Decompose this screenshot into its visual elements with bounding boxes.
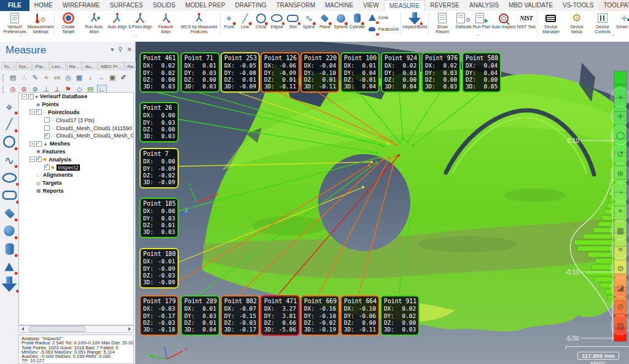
callout-point-26[interactable]: Point 26DX:0.00DY:0.03DZ:0.003D:0.03 bbox=[139, 102, 179, 142]
panel-tab-lev-3[interactable]: Lev... bbox=[50, 62, 66, 71]
callout-point-911[interactable]: Point 911DX:0.02DY:0.02DZ:0.003D:0.03 bbox=[380, 295, 420, 336]
strip-cone-icon[interactable] bbox=[3, 260, 15, 274]
ribbon-button-smart-point[interactable]: ✛Smart Point bbox=[615, 12, 629, 29]
ribbon-tab-model-prep[interactable]: MODEL PREP bbox=[180, 0, 230, 11]
collapse-icon[interactable]: − bbox=[29, 109, 35, 115]
zoom-select-icon[interactable]: ◎ bbox=[64, 74, 72, 82]
pan-icon[interactable]: ✛ bbox=[611, 106, 629, 126]
tree-item-cloud1-mesh-cloud1-411590-pts[interactable]: ∴Cloud1_Mesh_Cloud1 (411590 Pts) bbox=[19, 124, 133, 132]
checkbox[interactable] bbox=[44, 165, 50, 170]
zoom-extents-icon[interactable]: ◔ bbox=[611, 182, 629, 202]
ribbon-button-measurement-settings[interactable]: ⚙Measurement Settings bbox=[28, 12, 53, 34]
callout-point-289[interactable]: Point 289DX:0.01DY:0.03DZ:0.013D:0.04 bbox=[181, 295, 220, 336]
tree-item-meshes[interactable]: +▲Meshes bbox=[19, 140, 133, 148]
camera-icon[interactable]: ▣ bbox=[108, 74, 117, 82]
ribbon-button-create-target[interactable]: Create Target bbox=[55, 12, 81, 34]
ribbon-button-torus[interactable]: Torus bbox=[367, 35, 399, 36]
callout-point-669[interactable]: Point 669DX:-0.16DY:-0.10DZ:-0.023D:-0.1… bbox=[300, 295, 340, 336]
callout-point-7[interactable]: Point 7DX:0.00DY:-0.09DZ:-0.023D:-0.09 bbox=[139, 148, 179, 188]
callout-point-924[interactable]: Point 924DX:0.02DY:0.03DZ:0.003D:0.04 bbox=[381, 52, 420, 93]
tree-item-cloud1-mesh-cloud1-mesh-cropped[interactable]: ∴Cloud1_Mesh_Cloud1_Mesh_Cropped bbox=[19, 132, 133, 140]
ribbon-button-device-manager[interactable]: Device Manager bbox=[538, 12, 564, 34]
checkbox[interactable] bbox=[28, 94, 34, 99]
scroll-right-icon[interactable] bbox=[126, 326, 133, 332]
tree-horizontal-scrollbar[interactable] bbox=[18, 325, 134, 333]
viewport-3d[interactable]: Y X Z X Y 0.10-0.10-5.06 Point 461DX:0.0… bbox=[136, 42, 629, 364]
ribbon-button-auto-align[interactable]: Auto Align bbox=[107, 12, 128, 29]
ribbon-tab-wireframe[interactable]: WIREFRAME bbox=[58, 0, 105, 11]
ribbon-button-auto-inspect[interactable]: Auto Inspect bbox=[491, 12, 517, 29]
ribbon-button-defaults[interactable]: ⚙Defaults bbox=[455, 12, 472, 29]
rotate-icon[interactable]: ↺ bbox=[611, 144, 629, 164]
callout-point-126[interactable]: Point 126DX:-0.06DY:-0.09DZ:0.013D:-0.11 bbox=[260, 52, 300, 93]
ribbon-tab-measure[interactable]: MEASURE bbox=[384, 0, 425, 11]
strip-cylinder-icon[interactable] bbox=[3, 242, 15, 256]
callout-point-71[interactable]: Point 71DX:0.01DY:0.03DZ:0.003D:0.03 bbox=[181, 52, 220, 93]
shade-icon[interactable]: ▧ bbox=[611, 316, 629, 335]
tree-item-reports[interactable]: ▦Reports bbox=[19, 187, 133, 195]
ribbon-button-line[interactable]: ╱Line bbox=[237, 12, 253, 29]
target-icon[interactable]: ◎ bbox=[9, 85, 17, 94]
ribbon-button-3-point-align[interactable]: 3-Point Align bbox=[128, 12, 153, 29]
ribbon-button-verisurf-preferences[interactable]: Verisurf Preferences bbox=[2, 12, 28, 34]
strip-line-icon[interactable]: ╱ bbox=[3, 117, 15, 131]
grid-icon[interactable]: ▦ bbox=[611, 220, 629, 240]
ribbon-tab-analysis[interactable]: ANALYSIS bbox=[464, 0, 504, 11]
ribbon-button-feature-align[interactable]: Feature Align bbox=[153, 12, 179, 34]
panel-tab-sol-1[interactable]: Sol... bbox=[16, 62, 32, 71]
section-icon[interactable]: ◪ bbox=[611, 277, 629, 297]
strip-spline-icon[interactable]: ∿ bbox=[3, 153, 15, 167]
pen-icon[interactable]: ✐ bbox=[119, 74, 128, 82]
callout-point-976[interactable]: Point 976DX:0.02DY:0.03DZ:0.003D:0.03 bbox=[421, 52, 461, 93]
ribbon-button-cylinder[interactable]: Cylinder bbox=[349, 12, 366, 29]
expand-icon[interactable]: + bbox=[29, 141, 35, 147]
ribbon-tab-machine[interactable]: MACHINE bbox=[320, 0, 358, 11]
export-icon[interactable]: → bbox=[97, 74, 106, 82]
ribbon-button-cone[interactable]: Cone bbox=[367, 12, 399, 23]
panel-tab-mbd-pr-6[interactable]: MBD Pr... bbox=[98, 62, 124, 71]
screen-icon[interactable]: ▭ bbox=[53, 74, 61, 82]
ribbon-button-spline[interactable]: ∿Spline bbox=[301, 12, 317, 29]
ribbon-button-point[interactable]: ⌖Point bbox=[221, 12, 237, 29]
collapse-icon[interactable]: − bbox=[29, 157, 35, 162]
checkbox[interactable] bbox=[44, 125, 50, 131]
strip-point-icon[interactable]: ⌖ bbox=[3, 99, 15, 114]
ribbon-tab-vs-tools[interactable]: VS-TOOLS bbox=[558, 0, 598, 11]
checkbox[interactable] bbox=[36, 109, 42, 115]
ribbon-button-run-plan[interactable]: Run Plan bbox=[472, 12, 491, 29]
panel-tab-au-5[interactable]: Au... bbox=[82, 62, 97, 71]
callout-point-253[interactable]: Point 253DX:-0.05DY:-0.08DZ:0.013D:-0.09 bbox=[221, 52, 260, 93]
zoom-window-icon[interactable]: ⊕ bbox=[611, 163, 629, 183]
ribbon-button-circle[interactable]: Circle bbox=[253, 12, 269, 29]
strip-plane-icon[interactable] bbox=[3, 206, 15, 220]
checkbox[interactable] bbox=[36, 141, 42, 147]
pointcloud-icon[interactable]: ∴ bbox=[20, 74, 28, 82]
checkbox[interactable] bbox=[44, 117, 50, 123]
callout-point-664[interactable]: Point 664DX:-0.10DY:-0.06DZ:0.003D:-0.11 bbox=[340, 295, 380, 336]
strip-sphere-icon[interactable] bbox=[3, 224, 15, 238]
ribbon-button-inspect-build[interactable]: Inspect/Build bbox=[402, 12, 428, 29]
panel-tab-to-0[interactable]: To... bbox=[1, 62, 15, 71]
ribbon-button-device-controls[interactable]: Device Controls bbox=[590, 12, 615, 34]
table-icon[interactable]: ▤ bbox=[9, 74, 17, 82]
tree-item-cloud17-3-pts[interactable]: ∴Cloud17 (3 Pts) bbox=[19, 116, 133, 124]
tree-item-features[interactable]: ◉Features bbox=[19, 148, 133, 156]
layers-icon[interactable]: ≡ bbox=[611, 239, 629, 259]
tree-item-verisurf-database[interactable]: −●Verisurf DataBase bbox=[19, 93, 133, 101]
callout-point-179[interactable]: Point 179DX:-0.03DY:-0.17DZ:-0.033D:-0.1… bbox=[139, 295, 179, 336]
ribbon-button-ellipse[interactable]: Ellipse bbox=[269, 12, 285, 29]
checkbox[interactable] bbox=[36, 157, 42, 162]
tree-item-points[interactable]: ◈Points bbox=[19, 101, 133, 109]
ribbon-button-slot[interactable]: Slot bbox=[285, 12, 301, 29]
ribbon-button-nist-test[interactable]: NISTNIST Test bbox=[517, 12, 536, 29]
callout-point-220[interactable]: Point 220DX:-0.04DY:-0.10DZ:0.013D:-0.11 bbox=[300, 52, 340, 93]
collapse-icon[interactable]: − bbox=[21, 94, 27, 99]
display-icon[interactable]: ⊘ bbox=[611, 296, 629, 316]
ribbon-tab-mbd-validate[interactable]: MBD VALIDATE bbox=[504, 0, 558, 11]
target-view-icon[interactable]: ⌖ bbox=[611, 201, 629, 221]
brush-icon[interactable]: ≈ bbox=[42, 74, 50, 82]
ribbon-tab-toolpaths[interactable]: TOOLPATHS bbox=[598, 0, 629, 11]
ribbon-tab-surfaces[interactable]: SURFACES bbox=[105, 0, 148, 11]
ribbon-button-show-report[interactable]: Show Report bbox=[429, 12, 455, 34]
callout-point-180[interactable]: Point 180DX:-0.01DY:-0.09DZ:-0.033D:-0.0… bbox=[139, 248, 179, 288]
